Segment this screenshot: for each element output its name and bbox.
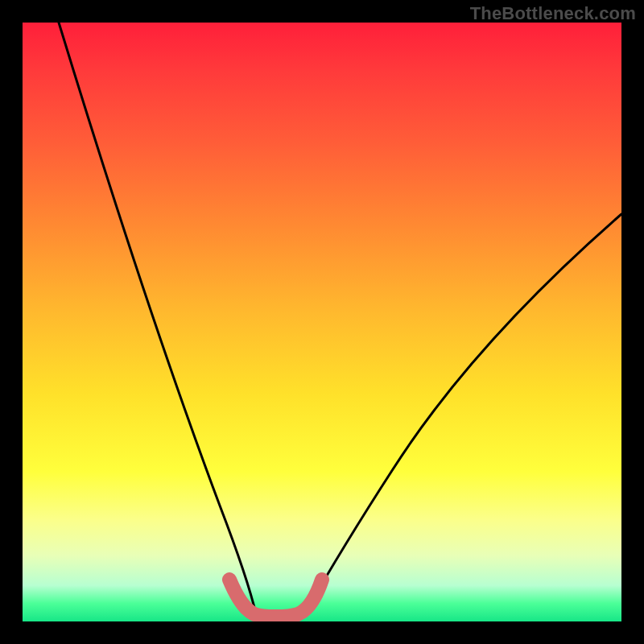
left-curve: [59, 23, 256, 614]
right-curve: [304, 214, 621, 614]
bottom-highlight: [229, 580, 322, 617]
plot-area: [23, 23, 621, 621]
watermark-text: TheBottleneck.com: [470, 3, 636, 24]
chart-frame: TheBottleneck.com: [0, 0, 644, 644]
curve-overlay: [23, 23, 621, 621]
